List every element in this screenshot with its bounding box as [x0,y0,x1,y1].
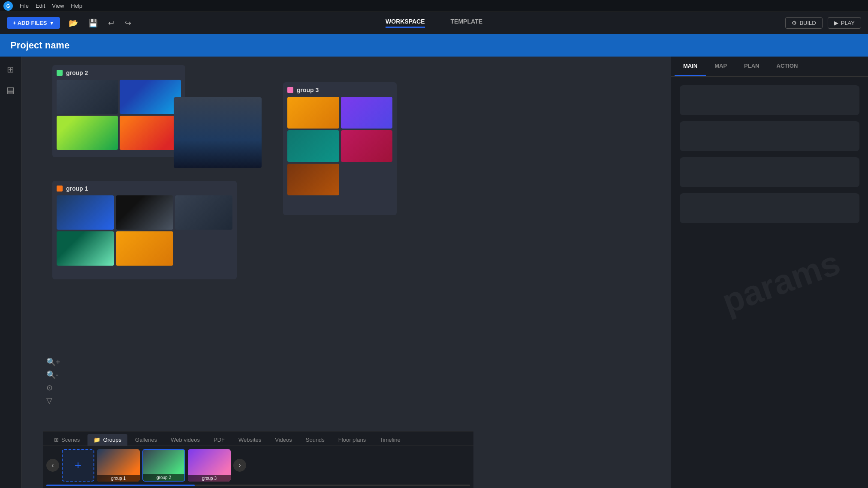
filmstrip-progress-bar [46,485,195,486]
group3-img5[interactable] [287,164,339,195]
save-icon[interactable]: 💾 [87,17,99,30]
param-block-4 [680,193,859,223]
group1-img4[interactable] [57,231,114,266]
canvas-area: group 2 group 3 [21,57,671,488]
menu-view[interactable]: View [52,3,64,9]
group2-img4[interactable] [120,116,181,150]
center-nav: WORKSPACE TEMPLATE [386,18,482,28]
group1-img2[interactable] [116,195,173,230]
media-icon[interactable]: ▤ [4,82,17,98]
open-folder-icon[interactable]: 📂 [67,17,80,30]
right-tab-main[interactable]: MAIN [675,57,706,76]
menu-help[interactable]: Help [71,3,82,9]
group2-img2[interactable] [120,80,181,114]
filmstrip-next[interactable]: › [233,459,246,472]
redo-icon[interactable]: ↪ [123,17,133,30]
filter-icon[interactable]: ▽ [46,396,60,405]
tab-sounds[interactable]: Sounds [300,434,331,446]
bottom-section: ⊞ Scenes 📁 Groups Galleries Web videos P… [43,431,473,488]
right-panel-content: params [671,77,868,488]
group1-label: group 1 [66,185,88,192]
thumb3-label: group 3 [188,475,231,482]
play-button[interactable]: ▶ PLAY [828,17,861,29]
group3-images [287,97,392,195]
param-block-3 [680,157,859,187]
zoom-in-icon[interactable]: 🔍+ [46,357,60,367]
tab-videos[interactable]: Videos [269,434,298,446]
group2-img3[interactable] [57,116,118,150]
group2-dot [57,70,63,76]
tab-galleries[interactable]: Galleries [129,434,163,446]
right-panel: MAIN MAP PLAN ACTION params [671,57,868,488]
thumb1-label: group 1 [97,475,140,482]
menu-edit[interactable]: Edit [36,3,45,9]
zoom-out-icon[interactable]: 🔍- [46,370,60,380]
menu-file[interactable]: File [20,3,29,9]
add-files-button[interactable]: + ADD FILES ▼ [7,17,60,29]
group2-img1[interactable] [57,80,118,114]
param-block-2 [680,121,859,151]
group1-images [57,195,232,266]
filmstrip: ‹ + group 1 group 2 group 3 › [43,446,473,485]
group1-img1[interactable] [57,195,114,230]
filmstrip-thumb-1[interactable]: group 1 [97,449,140,482]
params-watermark: params [717,243,845,322]
filmstrip-progress [46,485,470,486]
group1-img5[interactable] [116,231,173,266]
filmstrip-add-button[interactable]: + [62,449,94,482]
standalone-image[interactable] [174,97,262,168]
group2-label: group 2 [66,69,88,76]
filmstrip-prev[interactable]: ‹ [46,459,59,472]
project-bar: Project name [0,34,868,57]
project-title: Project name [10,40,69,51]
group3-img4[interactable] [341,130,393,162]
right-panel-tabs: MAIN MAP PLAN ACTION [671,57,868,77]
group3-dot [287,87,293,93]
tab-groups[interactable]: 📁 Groups [87,434,127,446]
right-actions: ⚙ BUILD ▶ PLAY [785,17,861,29]
group3-img1[interactable] [287,97,339,129]
group3-label: group 3 [297,87,319,93]
filmstrip-thumb-2[interactable]: group 2 [142,449,185,482]
thumb2-label: group 2 [143,474,184,481]
group3-img3[interactable] [287,130,339,162]
tab-web-videos[interactable]: Web videos [165,434,206,446]
group1-header: group 1 [57,185,232,192]
right-tab-plan[interactable]: PLAN [735,57,768,76]
nav-workspace[interactable]: WORKSPACE [386,18,425,28]
undo-icon[interactable]: ↩ [106,17,116,30]
build-button[interactable]: ⚙ BUILD [785,17,822,29]
layers-icon[interactable]: ⊞ [4,62,17,77]
group2-header: group 2 [57,69,181,76]
zoom-fit-icon[interactable]: ⊙ [46,383,60,392]
group1-dot [57,186,63,192]
param-block-1 [680,85,859,115]
nav-template[interactable]: TEMPLATE [451,18,482,28]
group1-img3[interactable] [175,195,232,230]
group-container-2: group 2 [52,65,185,157]
filmstrip-thumb-3[interactable]: group 3 [188,449,231,482]
group-container-3: group 3 [283,82,397,215]
tab-pdf[interactable]: PDF [208,434,231,446]
tab-floor-plans[interactable]: Floor plans [332,434,372,446]
tab-timeline[interactable]: Timeline [374,434,407,446]
app-logo: G [3,1,13,11]
left-sidebar: ⊞ ▤ [0,57,21,488]
group3-header: group 3 [287,87,392,93]
right-tab-map[interactable]: MAP [706,57,735,76]
group2-images [57,80,181,150]
tab-scenes[interactable]: ⊞ Scenes [48,434,86,446]
main-layout: ⊞ ▤ group 2 group 3 [0,57,868,488]
bottom-tabs: ⊞ Scenes 📁 Groups Galleries Web videos P… [43,431,473,446]
tab-websites[interactable]: Websites [232,434,267,446]
group3-img2[interactable] [341,97,393,129]
zoom-controls: 🔍+ 🔍- ⊙ ▽ [43,354,64,409]
right-tab-action[interactable]: ACTION [768,57,807,76]
toolbar: + ADD FILES ▼ 📂 💾 ↩ ↪ WORKSPACE TEMPLATE… [0,12,868,34]
menu-bar: G File Edit View Help [0,0,868,12]
group-container-1: group 1 [52,181,237,279]
